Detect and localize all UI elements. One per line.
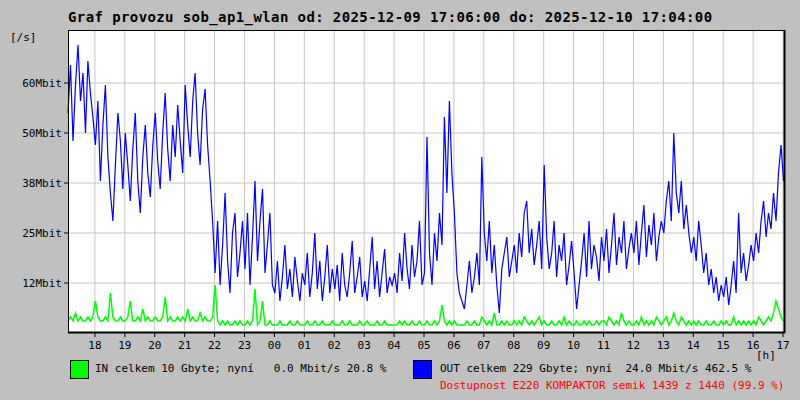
x-tick-label: 23: [238, 339, 251, 352]
y-tick-label: 38Mbit: [22, 177, 62, 190]
x-tick-label: 11: [597, 339, 610, 352]
x-tick-label: 00: [268, 339, 281, 352]
out-legend-label: OUT celkem 229 Gbyte; nyní 24.0 Mbit/s 4…: [440, 361, 751, 376]
x-tick-label: 17: [776, 339, 789, 352]
mrtg-traffic-graph-page: 1819202122230001020304050607080910111213…: [0, 0, 800, 400]
in-legend-swatch: [70, 360, 89, 379]
x-tick-label: 15: [717, 339, 730, 352]
x-tick-label: 20: [148, 339, 161, 352]
x-tick-label: 05: [417, 339, 430, 352]
x-tick-label: 07: [477, 339, 490, 352]
in-legend-label: IN celkem 10 Gbyte; nyní 0.0 Mbit/s 20.8…: [95, 361, 386, 376]
x-tick-label: 03: [358, 339, 371, 352]
x-tick-label: 01: [298, 339, 311, 352]
chart-title: Graf provozu sob_ap1_wlan od: 2025-12-09…: [68, 9, 713, 25]
traffic-chart: 1819202122230001020304050607080910111213…: [0, 0, 800, 400]
x-tick-label: 08: [507, 339, 520, 352]
x-tick-label: 22: [208, 339, 221, 352]
x-tick-label: 09: [537, 339, 550, 352]
out-legend-swatch: [413, 360, 432, 379]
x-tick-label: 19: [118, 339, 131, 352]
x-axis-unit-label: [h]: [756, 349, 776, 362]
x-tick-label: 13: [657, 339, 670, 352]
x-tick-label: 04: [387, 339, 401, 352]
y-axis-unit-label: [/s]: [10, 31, 37, 44]
availability-status-text: Dostupnost E220 KOMPAKTOR semik 1439 z 1…: [440, 378, 784, 393]
x-tick-label: 21: [178, 339, 191, 352]
y-tick-label: 25Mbit: [22, 227, 62, 240]
y-tick-label: 50Mbit: [22, 127, 62, 140]
x-tick-label: 06: [447, 339, 460, 352]
x-tick-label: 18: [88, 339, 101, 352]
y-tick-label: 12Mbit: [22, 277, 62, 290]
x-tick-label: 14: [687, 339, 701, 352]
x-tick-label: 10: [567, 339, 580, 352]
y-tick-label: 60Mbit: [22, 77, 62, 90]
x-tick-label: 02: [328, 339, 341, 352]
x-tick-label: 12: [627, 339, 640, 352]
